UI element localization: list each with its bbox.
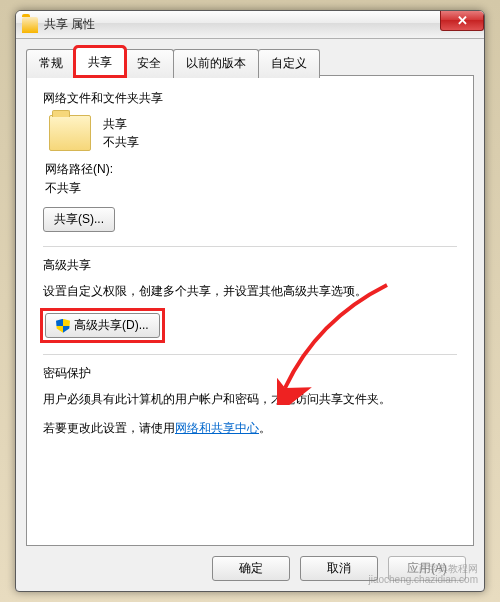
tab-custom[interactable]: 自定义: [258, 49, 320, 78]
tab-security[interactable]: 安全: [124, 49, 174, 78]
folder-share-status: 不共享: [103, 133, 139, 151]
watermark-line: jiaocheng.chazidian.com: [368, 574, 478, 585]
button-label: 高级共享(D)...: [74, 317, 149, 334]
folder-info-block: 共享 不共享: [49, 115, 457, 151]
network-sharing-center-link[interactable]: 网络和共享中心: [175, 421, 259, 435]
folder-name: 共享: [103, 115, 139, 133]
watermark-line: 百字典教程网: [368, 563, 478, 574]
advanced-share-button[interactable]: 高级共享(D)...: [45, 313, 160, 338]
section-title-network-share: 网络文件和文件夹共享: [43, 90, 457, 107]
titlebar: 共享 属性 ✕: [16, 11, 484, 39]
password-desc-1: 用户必须具有此计算机的用户帐户和密码，才能访问共享文件夹。: [43, 390, 457, 409]
section-title-advanced: 高级共享: [43, 257, 457, 274]
cancel-button[interactable]: 取消: [300, 556, 378, 581]
divider: [43, 246, 457, 247]
folder-large-icon: [49, 115, 91, 151]
folder-text: 共享 不共享: [103, 115, 139, 151]
tab-label: 自定义: [271, 56, 307, 70]
ok-button[interactable]: 确定: [212, 556, 290, 581]
tab-label: 安全: [137, 56, 161, 70]
properties-dialog: 共享 属性 ✕ 常规 共享 安全 以前的版本 自定义 网络文件和文件夹共享 共享…: [15, 10, 485, 592]
text: 若要更改此设置，请使用: [43, 421, 175, 435]
tab-general[interactable]: 常规: [26, 49, 76, 78]
button-label: 取消: [327, 560, 351, 577]
watermark: 百字典教程网 jiaocheng.chazidian.com: [368, 563, 478, 585]
window-title: 共享 属性: [44, 16, 95, 33]
text: 。: [259, 421, 271, 435]
share-button[interactable]: 共享(S)...: [43, 207, 115, 232]
button-label: 共享(S)...: [54, 211, 104, 228]
network-path-label: 网络路径(N):: [45, 161, 457, 178]
advanced-desc: 设置自定义权限，创建多个共享，并设置其他高级共享选项。: [43, 282, 457, 301]
advanced-button-highlight: 高级共享(D)...: [43, 311, 162, 340]
divider: [43, 354, 457, 355]
button-label: 确定: [239, 560, 263, 577]
dialog-content: 常规 共享 安全 以前的版本 自定义 网络文件和文件夹共享 共享 不共享 网络路…: [16, 39, 484, 591]
tab-strip: 常规 共享 安全 以前的版本 自定义: [26, 47, 474, 76]
close-icon: ✕: [457, 13, 468, 28]
section-title-password: 密码保护: [43, 365, 457, 382]
tab-sharing[interactable]: 共享: [75, 47, 125, 76]
tab-previous-versions[interactable]: 以前的版本: [173, 49, 259, 78]
tab-panel-sharing: 网络文件和文件夹共享 共享 不共享 网络路径(N): 不共享 共享(S)... …: [26, 75, 474, 546]
tab-label: 以前的版本: [186, 56, 246, 70]
tab-label: 共享: [88, 55, 112, 69]
password-desc-2: 若要更改此设置，请使用网络和共享中心。: [43, 419, 457, 438]
shield-icon: [56, 319, 70, 333]
folder-icon: [22, 17, 38, 33]
network-path-value: 不共享: [45, 180, 457, 197]
tab-label: 常规: [39, 56, 63, 70]
close-button[interactable]: ✕: [440, 11, 484, 31]
